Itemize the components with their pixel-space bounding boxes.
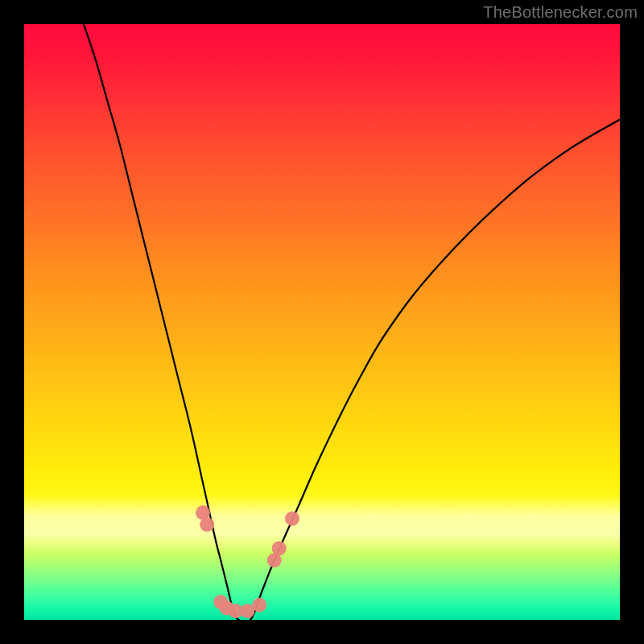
- curve-marker-6: [252, 598, 266, 613]
- curve-layer: [24, 24, 620, 620]
- watermark-text: TheBottlenecker.com: [483, 3, 638, 22]
- bottleneck-curve: [84, 24, 620, 620]
- curve-marker-9: [285, 511, 299, 526]
- bottleneck-curve-path: [84, 24, 620, 620]
- curve-marker-8: [272, 541, 287, 555]
- curve-markers: [196, 506, 299, 618]
- curve-marker-1: [200, 518, 214, 532]
- chart-stage: TheBottlenecker.com: [0, 0, 644, 644]
- plot-area: [24, 24, 620, 620]
